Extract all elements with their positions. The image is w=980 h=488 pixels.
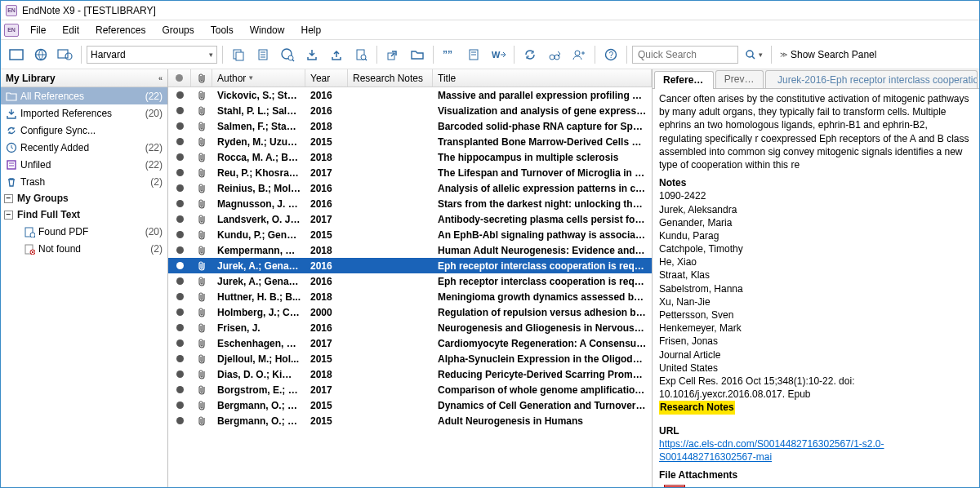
table-row[interactable]: Kempermann, G....2018Human Adult Neuroge… xyxy=(168,242,652,258)
table-row[interactable]: Rocca, M. A.; Bar...2018The hippocampus … xyxy=(168,149,652,165)
table-row[interactable]: Stahl, P. L.; Salm...2016Visualization a… xyxy=(168,103,652,118)
sidebar-item-label: Unfiled xyxy=(20,159,51,171)
sidebar-item-all-references[interactable]: All References(22) xyxy=(1,87,167,104)
nf-icon xyxy=(24,243,35,255)
format-bib-button[interactable] xyxy=(463,44,484,65)
menu-file[interactable]: File xyxy=(22,23,54,38)
paperclip-icon xyxy=(191,415,212,427)
menu-references[interactable]: References xyxy=(87,23,154,38)
table-row[interactable]: Huttner, H. B.; B...2018Meningioma growt… xyxy=(168,289,652,304)
mode-local-button[interactable] xyxy=(6,44,27,65)
collapse-icon[interactable]: « xyxy=(158,74,163,82)
table-row[interactable]: Dias, D. O.; Kim, ...2018Reducing Pericy… xyxy=(168,366,652,382)
sidebar-item-count: (20) xyxy=(145,226,163,237)
col-attachment[interactable] xyxy=(191,69,212,87)
tab-pdf[interactable]: Jurek-2016-Eph receptor interclass coope… xyxy=(765,70,978,88)
col-research-notes[interactable]: Research Notes xyxy=(348,69,433,87)
read-status-icon xyxy=(176,339,184,347)
sidebar-item-not-found[interactable]: Not found(2) xyxy=(1,240,167,257)
table-row[interactable]: Kundu, P.; Genan...2015An EphB-Abl signa… xyxy=(168,227,652,242)
paperclip-icon xyxy=(191,276,212,287)
read-status-icon xyxy=(176,231,184,238)
sync-button[interactable] xyxy=(519,44,541,65)
open-link-button[interactable] xyxy=(382,44,403,65)
open-folder-button[interactable] xyxy=(407,44,428,65)
table-row[interactable]: Djelloul, M.; Hol...2015Alpha-Synuclein … xyxy=(168,351,652,366)
find-fulltext-button[interactable] xyxy=(350,44,372,65)
notes-line: 1090-2422 xyxy=(659,189,973,202)
read-status-icon xyxy=(176,138,184,145)
sidebar-item-configure-sync-[interactable]: Configure Sync... xyxy=(1,122,167,139)
help-button[interactable]: ? xyxy=(600,44,621,65)
col-author[interactable]: Author▼ xyxy=(212,69,305,87)
paperclip-icon xyxy=(191,105,212,117)
table-row[interactable]: Reu, P.; Khosravi,...2017The Lifespan an… xyxy=(168,165,652,180)
table-row[interactable]: Eschenhagen, T.; ...2017Cardiomyocyte Re… xyxy=(168,335,652,351)
table-row[interactable]: Salmen, F.; Stahl,...2018Barcoded solid-… xyxy=(168,118,652,134)
new-group-button[interactable] xyxy=(568,44,590,65)
import-button[interactable] xyxy=(301,44,323,65)
cell-year: 2017 xyxy=(305,167,348,179)
new-reference-button[interactable] xyxy=(252,44,274,65)
read-status-icon xyxy=(176,122,184,130)
menu-groups[interactable]: Groups xyxy=(154,23,202,38)
menu-help[interactable]: Help xyxy=(292,23,329,38)
cell-author: Ryden, M.; Uzun... xyxy=(212,136,305,148)
table-row[interactable]: Bergmann, O.; S...2015Adult Neurogenesis… xyxy=(168,413,652,428)
tab-preview[interactable]: Preview xyxy=(715,70,764,88)
cell-title: Human Adult Neurogenesis: Evidence and R… xyxy=(433,245,652,256)
go-to-word-button[interactable]: W xyxy=(488,44,509,65)
file-attachment-item[interactable]: Jurek-2016... receptor in... xyxy=(659,481,973,487)
read-status-icon xyxy=(176,153,184,161)
detail-body[interactable]: Cancer often arises by the constitutive … xyxy=(653,89,979,487)
sidebar-item-trash[interactable]: Trash(2) xyxy=(1,173,167,190)
output-style-select[interactable]: Harvard▾ xyxy=(87,46,217,64)
read-status-icon xyxy=(176,215,184,223)
table-row[interactable]: Magnusson, J. P.; ...2016Stars from the … xyxy=(168,196,652,211)
sidebar-item-recently-added[interactable]: Recently Added(22) xyxy=(1,139,167,156)
read-status-icon xyxy=(176,417,184,424)
share-button[interactable] xyxy=(544,44,565,65)
table-row[interactable]: Landsverk, O. J.; ...2017Antibody-secret… xyxy=(168,211,652,227)
mode-integrated-button[interactable] xyxy=(55,44,76,65)
menu-window[interactable]: Window xyxy=(242,23,293,38)
quick-search-input[interactable] xyxy=(632,46,738,64)
cell-author: Vickovic, S.; Sta... xyxy=(212,90,305,101)
table-row[interactable]: Ryden, M.; Uzun...2015Transplanted Bone … xyxy=(168,134,652,149)
notes-heading: Notes xyxy=(659,176,973,189)
online-search-button[interactable] xyxy=(277,44,298,65)
read-status-icon xyxy=(176,184,184,192)
sidebar-item-imported-references[interactable]: Imported References(20) xyxy=(1,104,167,122)
export-button[interactable] xyxy=(326,44,347,65)
col-title[interactable]: Title xyxy=(433,69,652,87)
table-row[interactable]: Borgstrom, E.; P...2017Comparison of who… xyxy=(168,382,652,397)
table-row[interactable]: Holmberg, J.; Cla...2000Regulation of re… xyxy=(168,304,652,320)
table-row[interactable]: Vickovic, S.; Sta...2016Massive and para… xyxy=(168,87,652,103)
table-row[interactable]: Jurek, A.; Genan...2016Eph receptor inte… xyxy=(168,273,652,289)
menu-edit[interactable]: Edit xyxy=(54,23,87,38)
table-row[interactable]: Reinius, B.; Mold...2016Analysis of alle… xyxy=(168,180,652,196)
url-link[interactable]: https://ac.els-cdn.com/S0014482716302567… xyxy=(659,438,884,463)
copy-button[interactable] xyxy=(228,44,249,65)
table-row[interactable]: Frisen, J.2016Neurogenesis and Gliogenes… xyxy=(168,320,652,335)
sidebar-item-count: (2) xyxy=(150,243,163,255)
sidebar-group-my-groups[interactable]: −My Groups xyxy=(1,190,167,206)
search-scope-button[interactable]: ▾ xyxy=(742,49,766,60)
table-row[interactable]: Bergmann, O.; Z...2015Dynamics of Cell G… xyxy=(168,397,652,413)
col-year[interactable]: Year xyxy=(305,69,348,87)
sidebar-item-found-pdf[interactable]: Found PDF(20) xyxy=(1,223,167,240)
insert-citation-button[interactable]: ”” xyxy=(439,44,460,65)
cell-author: Magnusson, J. P.; ... xyxy=(212,198,305,210)
reference-list-body[interactable]: Vickovic, S.; Sta...2016Massive and para… xyxy=(168,87,652,487)
app-icon-small: EN xyxy=(4,24,19,37)
sidebar-group-find-full-text[interactable]: −Find Full Text xyxy=(1,206,167,223)
table-row[interactable]: Jurek, A.; Genan...2016Eph receptor inte… xyxy=(168,258,652,273)
sidebar-item-unfiled[interactable]: Unfiled(22) xyxy=(1,156,167,173)
tab-reference[interactable]: Reference xyxy=(654,71,714,89)
paperclip-icon xyxy=(191,152,212,163)
menu-tools[interactable]: Tools xyxy=(203,23,242,38)
sidebar-item-label: Found PDF xyxy=(38,226,88,237)
col-read[interactable] xyxy=(168,69,191,87)
show-search-panel-button[interactable]: ≫Show Search Panel xyxy=(777,49,880,60)
mode-online-button[interactable] xyxy=(30,44,51,65)
